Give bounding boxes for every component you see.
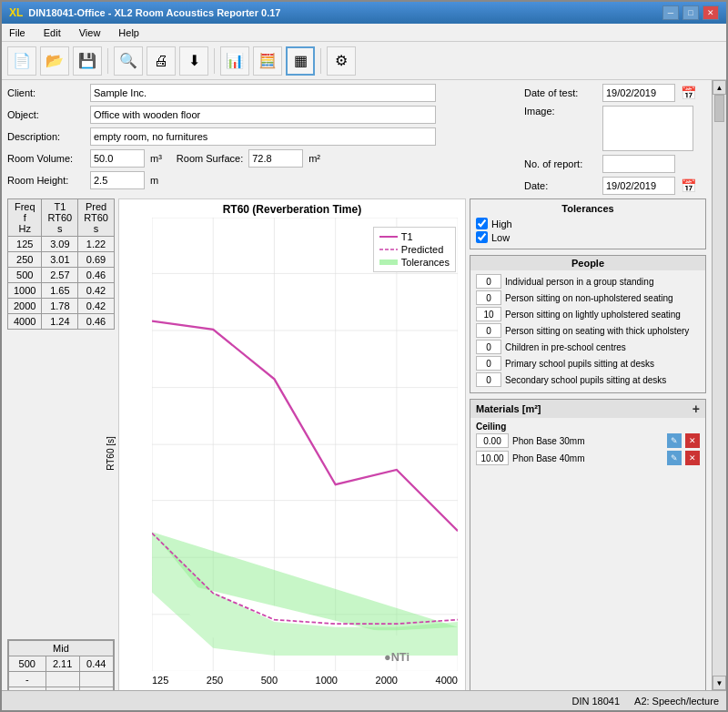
people-title: People: [470, 256, 705, 270]
minimize-button[interactable]: ─: [662, 5, 679, 20]
calendar-icon-2[interactable]: 📅: [681, 178, 696, 193]
mid-cell-dash: -: [9, 672, 46, 687]
chart-button[interactable]: 📊: [220, 46, 249, 76]
material-edit-button-0[interactable]: ✎: [667, 433, 682, 448]
scroll-track: [713, 95, 726, 676]
y-axis-label: RT60 [s]: [106, 436, 116, 471]
room-surface-input[interactable]: [248, 149, 303, 168]
mid-table-wrap: Mid 500 2.11 0.44 -: [7, 639, 115, 690]
people-input-0[interactable]: [476, 274, 501, 289]
mid-cell-t1: 2.11: [46, 656, 79, 672]
material-row-0: Phon Base 30mm ✎ ✕: [476, 433, 700, 448]
materials-box: Materials [m²] + Ceiling Phon Base 30mm …: [470, 399, 706, 690]
app-icon: XL: [9, 6, 23, 19]
form-top: Client: Object: Description:: [7, 84, 706, 195]
cell-2000-pred: 0.42: [78, 299, 115, 314]
date-input[interactable]: [602, 177, 675, 195]
room-volume-input[interactable]: [90, 149, 145, 168]
client-input[interactable]: [90, 84, 436, 102]
scrollbar[interactable]: ▲ ▼: [712, 80, 726, 690]
image-label: Image:: [524, 106, 597, 117]
menu-edit[interactable]: Edit: [40, 26, 65, 39]
spacer: [7, 335, 115, 634]
description-row: Description:: [7, 127, 517, 146]
material-edit-button-1[interactable]: ✎: [667, 451, 682, 465]
description-input[interactable]: [90, 127, 436, 146]
cell-250-pred: 0.69: [78, 252, 115, 268]
people-box: People Individual person in a group stan…: [470, 255, 706, 393]
save-button[interactable]: 💾: [73, 46, 102, 76]
col-pred: PredRT60s: [78, 199, 115, 237]
table-row: 500 2.57 0.46: [8, 268, 115, 283]
people-input-3[interactable]: [476, 323, 501, 338]
maximize-button[interactable]: □: [682, 5, 699, 20]
tolerances-legend-icon: [379, 259, 398, 266]
no-of-report-label: No. of report:: [524, 158, 597, 169]
settings-button[interactable]: ⚙: [327, 46, 356, 76]
menu-help[interactable]: Help: [115, 26, 143, 39]
calc-button[interactable]: 🧮: [253, 46, 282, 76]
open-button[interactable]: 📂: [40, 46, 69, 76]
mid-cell-empty1: [46, 672, 79, 687]
t1-legend-icon: [379, 233, 398, 240]
material-delete-button-0[interactable]: ✕: [685, 433, 700, 448]
print-button[interactable]: 🖨: [147, 46, 176, 76]
close-button[interactable]: ✕: [703, 5, 719, 20]
cell-125-t1: 3.09: [42, 237, 78, 252]
people-input-2[interactable]: [476, 307, 501, 321]
tolerance-low-row: Low: [476, 231, 700, 243]
menu-file[interactable]: File: [5, 26, 29, 39]
people-label-2: Person sitting on lightly upholstered se…: [505, 310, 681, 320]
title-bar-left: XL DIN18041-Office - XL2 Room Acoustics …: [9, 6, 280, 19]
people-input-4[interactable]: [476, 340, 501, 354]
people-label-1: Person sitting on non-upholstered seatin…: [505, 293, 673, 303]
cell-1000-freq: 1000: [8, 283, 42, 299]
title-bar: XL DIN18041-Office - XL2 Room Acoustics …: [2, 2, 726, 24]
chart-svg: 4 3.5 3 2.5 2 1.5 1 0.5 0: [152, 218, 458, 671]
material-delete-button-1[interactable]: ✕: [685, 451, 700, 465]
form-left: Client: Object: Description:: [7, 84, 517, 195]
scroll-thumb[interactable]: [714, 95, 724, 122]
scroll-down-arrow[interactable]: ▼: [713, 676, 726, 690]
mid-cell-freq-top: 500: [9, 656, 46, 672]
tolerance-high-row: High: [476, 218, 700, 229]
toolbar: 📄 📂 💾 🔍 🖨 ⬇ 📊 🧮 ▦ ⚙: [2, 42, 726, 80]
materials-title: Materials [m²]: [476, 403, 541, 414]
status-bar: DIN 18041 A2: Speech/lecture: [2, 690, 726, 710]
form-right: Date of test: 📅 Image: No. of report: Da…: [524, 84, 706, 195]
menu-view[interactable]: View: [76, 26, 105, 39]
object-input[interactable]: [90, 106, 436, 124]
image-row: Image:: [524, 106, 706, 151]
cell-250-t1: 3.01: [42, 252, 78, 268]
download-button[interactable]: ⬇: [179, 46, 208, 76]
tolerances-box: Tolerances High Low: [470, 198, 706, 249]
search-button[interactable]: 🔍: [114, 46, 143, 76]
scroll-up-arrow[interactable]: ▲: [713, 80, 726, 95]
x-label-125: 125: [152, 675, 168, 686]
room-height-input[interactable]: [90, 171, 145, 189]
people-input-5[interactable]: [476, 356, 501, 371]
calendar-icon-1[interactable]: 📅: [681, 86, 696, 100]
table-button[interactable]: ▦: [286, 46, 315, 76]
add-material-button[interactable]: +: [693, 402, 700, 416]
materials-header: Materials [m²] +: [470, 400, 705, 418]
date-of-test-input[interactable]: [602, 84, 675, 102]
table-row: 4000 1.24 0.46: [8, 314, 115, 330]
table-row: 250 3.01 0.69: [8, 252, 115, 268]
mid-cell-empty2: [79, 672, 113, 687]
people-input-6[interactable]: [476, 372, 501, 387]
material-input-1[interactable]: [476, 451, 509, 465]
title-bar-controls: ─ □ ✕: [662, 5, 719, 20]
predicted-legend-icon: [379, 246, 398, 253]
tolerance-low-checkbox[interactable]: [476, 231, 488, 243]
material-input-0[interactable]: [476, 433, 509, 448]
room-height-row: Room Height: m: [7, 171, 517, 189]
new-button[interactable]: 📄: [7, 46, 36, 76]
description-label: Description:: [7, 131, 85, 142]
tolerance-high-checkbox[interactable]: [476, 218, 488, 229]
material-label-1: Phon Base 40mm: [512, 453, 663, 463]
legend-t1: T1: [379, 231, 450, 242]
cell-500-freq: 500: [8, 268, 42, 283]
no-of-report-input[interactable]: [602, 155, 675, 173]
people-input-1[interactable]: [476, 290, 501, 305]
